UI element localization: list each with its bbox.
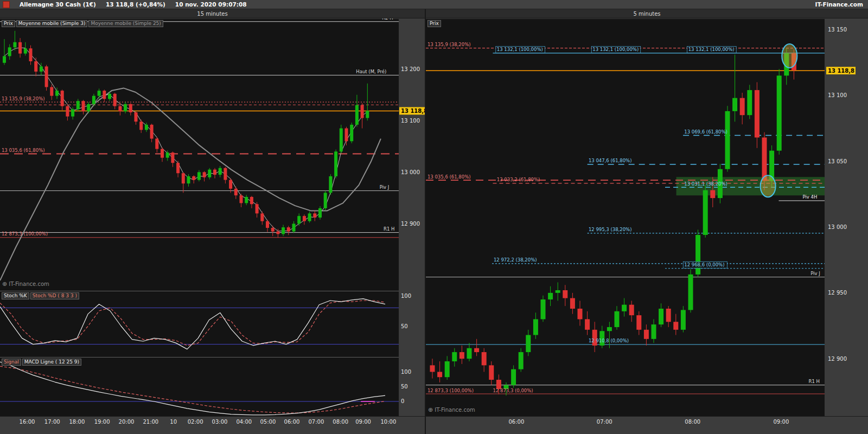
svg-text:13 069,6 (61,80%): 13 069,6 (61,80%) xyxy=(684,129,727,135)
tab-15-minutes[interactable]: 15 minutes xyxy=(0,9,425,18)
svg-text:12 873,3 (100,00%): 12 873,3 (100,00%) xyxy=(2,231,48,237)
instrument-title: Allemagne 30 Cash (1€) xyxy=(20,1,96,8)
timebar-border xyxy=(0,416,868,417)
svg-text:13 118,8: 13 118,8 xyxy=(828,68,854,74)
itfinance-watermark: ⊕ IT-Finance.com xyxy=(2,280,49,288)
instrument-quote: 13 118,8 (+0,84%) xyxy=(106,1,165,8)
svg-text:07:00: 07:00 xyxy=(597,419,612,425)
legend-stoch-k[interactable]: Stoch %K xyxy=(2,292,29,299)
svg-text:13 047,6 (61,80%): 13 047,6 (61,80%) xyxy=(589,158,632,163)
svg-text:13 135,9 (38,20%): 13 135,9 (38,20%) xyxy=(427,42,471,47)
svg-text:07:00: 07:00 xyxy=(308,419,324,425)
svg-text:Piv 4H: Piv 4H xyxy=(803,194,818,200)
svg-text:13 031,1 (38,20%): 13 031,1 (38,20%) xyxy=(684,181,727,187)
svg-text:13 132,1 (100,00%): 13 132,1 (100,00%) xyxy=(592,47,639,52)
svg-text:13 035,6 (61,80%): 13 035,6 (61,80%) xyxy=(2,148,45,153)
svg-text:13 100: 13 100 xyxy=(401,118,420,124)
svg-text:13 050: 13 050 xyxy=(828,158,847,164)
tab-label: 5 minutes xyxy=(633,11,660,17)
svg-text:12 873,3 (100,00%): 12 873,3 (100,00%) xyxy=(427,388,474,393)
svg-text:21:00: 21:00 xyxy=(143,419,158,425)
tab-label: 15 minutes xyxy=(197,11,227,17)
svg-text:50: 50 xyxy=(401,384,408,390)
right-price-chart[interactable]: 13 135,9 (38,20%)13 132,1 (100,00%)13 13… xyxy=(426,19,825,417)
brand: IT-Finance.com xyxy=(815,1,865,8)
svg-text:13 035,6 (61,80%): 13 035,6 (61,80%) xyxy=(427,174,471,180)
svg-text:Piv J: Piv J xyxy=(810,271,820,276)
topbar: Allemagne 30 Cash (1€) 13 118,8 (+0,84%)… xyxy=(0,0,868,9)
svg-text:12 900: 12 900 xyxy=(401,221,420,227)
legend-macd-signal[interactable]: Signal xyxy=(2,359,21,366)
svg-text:08:00: 08:00 xyxy=(333,419,348,425)
svg-text:13 132,1 (100,00%): 13 132,1 (100,00%) xyxy=(497,47,543,52)
svg-text:19:00: 19:00 xyxy=(94,419,110,425)
stoch-legend: Stoch %K Stoch %D ( 8 3 3 ) xyxy=(2,292,79,299)
svg-text:13 100: 13 100 xyxy=(828,92,847,98)
svg-text:09:00: 09:00 xyxy=(355,419,371,425)
svg-text:13 135,9 (38,20%): 13 135,9 (38,20%) xyxy=(2,96,45,101)
svg-text:16:00: 16:00 xyxy=(20,419,35,425)
svg-text:10: 10 xyxy=(170,419,177,425)
legend-ma3[interactable]: Moyenne mobile (Simple 3) xyxy=(16,20,88,27)
svg-text:12 972,2 (38,20%): 12 972,2 (38,20%) xyxy=(494,257,537,263)
svg-text:50: 50 xyxy=(401,323,408,329)
legend-prix[interactable]: Prix xyxy=(427,20,441,27)
svg-text:13 000: 13 000 xyxy=(401,169,420,175)
time-axis[interactable]: 16:0017:0018:0019:0020:0021:001002:0003:… xyxy=(20,419,789,425)
macd-panel[interactable]: 100500 xyxy=(0,358,411,416)
legend-stoch-d[interactable]: Stoch %D ( 8 3 3 ) xyxy=(30,292,79,299)
topbar-datetime: 10 nov. 2020 09:07:08 xyxy=(175,1,247,8)
svg-text:17:00: 17:00 xyxy=(44,419,60,425)
svg-text:Piv J: Piv J xyxy=(380,184,390,190)
svg-text:06:00: 06:00 xyxy=(284,419,300,425)
legend-macd-line[interactable]: MACD Ligne ( 12 25 9) xyxy=(22,359,81,366)
svg-text:12 873,3 (0,00%): 12 873,3 (0,00%) xyxy=(493,388,533,393)
svg-text:08:00: 08:00 xyxy=(685,419,700,425)
svg-text:04:00: 04:00 xyxy=(236,419,252,425)
panel-divider[interactable] xyxy=(425,9,426,434)
watermark-text: IT-Finance.com xyxy=(9,281,49,287)
right-price-axis[interactable]: 13 15013 10013 05013 00012 95012 90013 1… xyxy=(826,27,856,362)
svg-text:06:00: 06:00 xyxy=(508,419,524,425)
svg-text:13 000: 13 000 xyxy=(828,224,847,230)
svg-text:18:00: 18:00 xyxy=(69,419,85,425)
left-chart-legend: Prix Moyenne mobile (Simple 3) Moyenne m… xyxy=(2,20,163,27)
watermark-text: IT-Finance.com xyxy=(435,407,475,413)
svg-text:Haut (M, Pré): Haut (M, Pré) xyxy=(356,69,386,74)
svg-text:0: 0 xyxy=(401,398,404,404)
svg-text:R1 H: R1 H xyxy=(384,226,394,232)
svg-text:13 033,2 (61,80%): 13 033,2 (61,80%) xyxy=(497,177,540,182)
svg-text:13 200: 13 200 xyxy=(401,66,420,72)
charts-canvas[interactable]: 16:0017:0018:0019:0020:0021:001002:0003:… xyxy=(0,0,868,434)
left-price-chart[interactable]: R2 HHaut (M, Pré)13 135,9 (38,20%)13 035… xyxy=(0,15,399,291)
svg-text:09:00: 09:00 xyxy=(773,419,789,425)
left-price-axis[interactable]: 13 20013 10013 00012 90013 118,8 xyxy=(399,66,427,227)
macd-legend: Signal MACD Ligne ( 12 25 9) xyxy=(2,359,81,366)
app-icon xyxy=(3,1,10,8)
svg-text:12 995,3 (38,20%): 12 995,3 (38,20%) xyxy=(589,227,632,232)
svg-text:12 950: 12 950 xyxy=(828,290,847,296)
svg-text:13 132,1 (100,00%): 13 132,1 (100,00%) xyxy=(688,47,735,52)
tab-5-minutes[interactable]: 5 minutes xyxy=(426,9,868,18)
svg-text:100: 100 xyxy=(401,369,411,375)
right-chart-legend: Prix xyxy=(427,20,441,27)
legend-prix[interactable]: Prix xyxy=(2,20,15,27)
svg-text:100: 100 xyxy=(401,293,411,299)
svg-text:12 910,8 (0,00%): 12 910,8 (0,00%) xyxy=(589,338,629,343)
svg-text:13 118,8: 13 118,8 xyxy=(401,108,427,114)
svg-text:12 900: 12 900 xyxy=(828,356,847,362)
svg-text:10:00: 10:00 xyxy=(380,419,396,425)
itfinance-logo-icon: ⊕ xyxy=(2,280,7,288)
itfinance-watermark: ⊕ IT-Finance.com xyxy=(428,406,475,413)
svg-text:20:00: 20:00 xyxy=(119,419,135,425)
svg-text:05:00: 05:00 xyxy=(260,419,276,425)
svg-text:13 150: 13 150 xyxy=(828,27,847,33)
svg-text:03:00: 03:00 xyxy=(212,419,228,425)
svg-text:02:00: 02:00 xyxy=(188,419,203,425)
stoch-panel[interactable]: 10050 xyxy=(0,291,411,357)
svg-text:12 968,6 (0,00%): 12 968,6 (0,00%) xyxy=(684,262,724,267)
svg-text:R1 H: R1 H xyxy=(809,379,820,384)
legend-ma25[interactable]: Moyenne mobile (Simple 25) xyxy=(88,20,163,27)
itfinance-logo-icon: ⊕ xyxy=(428,406,433,413)
